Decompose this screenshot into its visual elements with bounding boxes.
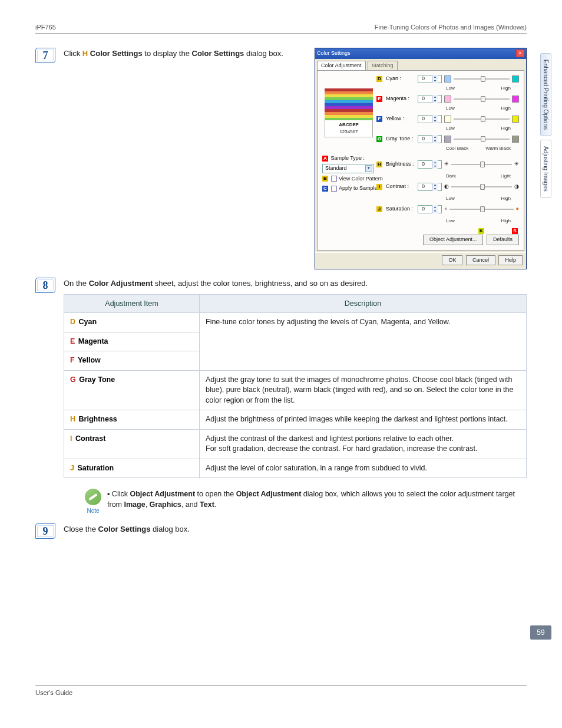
step7-text: Click H Color Settings to display the Co… xyxy=(64,49,283,58)
saturation-slider[interactable] xyxy=(449,209,513,210)
apply-sample-checkbox[interactable] xyxy=(331,186,337,192)
marker-f: F xyxy=(376,116,382,122)
marker-k: K xyxy=(478,228,484,234)
brightness-spin[interactable]: 0▴▾ xyxy=(418,160,442,169)
marker-j: J xyxy=(376,206,382,212)
tab-matching[interactable]: Matching xyxy=(368,61,398,71)
yellow-spin[interactable]: 0▴▾ xyxy=(418,115,442,123)
label-cyan: Cyan : xyxy=(386,75,415,83)
ok-button[interactable]: OK xyxy=(442,255,462,266)
dialog-title: Color Settings xyxy=(317,50,351,58)
sun-dim-icon: ✳ xyxy=(444,160,449,169)
label-gray: Gray Tone : xyxy=(386,135,415,143)
view-pattern-checkbox[interactable] xyxy=(331,176,337,182)
marker-g: G xyxy=(376,136,382,142)
col-item: Adjustment Item xyxy=(64,294,200,313)
table-row: J Saturation Adjust the level of color s… xyxy=(64,459,527,478)
gray-spin[interactable]: 0▴▾ xyxy=(418,135,442,143)
label-magenta: Magenta : xyxy=(386,95,415,103)
cyan-slider[interactable] xyxy=(454,78,510,80)
gray-low-icon xyxy=(444,136,451,143)
contrast-slider[interactable] xyxy=(451,186,512,187)
note-text: Click Object Adjustment to open the Obje… xyxy=(107,489,527,515)
color-settings-dialog: Color Settings × Color Adjustment Matchi… xyxy=(315,48,527,269)
color-settings-link: Color Settings xyxy=(90,49,143,58)
step8-text: On the Color Adjustment sheet, adjust th… xyxy=(64,279,368,288)
footer-text: User's Guide xyxy=(35,685,527,696)
marker-s: S xyxy=(512,228,518,234)
marker-a: A xyxy=(322,156,328,162)
sample-preview: ABCDEF1234567 xyxy=(325,88,373,137)
doc-section: Fine-Tuning Colors of Photos and Images … xyxy=(375,24,527,31)
side-tab-enhanced[interactable]: Enhanced Printing Options xyxy=(540,53,551,136)
doc-model: iPF765 xyxy=(35,24,56,31)
note-icon: Note xyxy=(85,489,101,515)
label-brightness: Brightness : xyxy=(386,160,415,169)
sun-bright-icon: ✳ xyxy=(514,160,519,169)
label-saturation: Saturation : xyxy=(386,205,415,213)
view-pattern-label: View Color Pattern xyxy=(339,175,383,183)
help-button[interactable]: Help xyxy=(498,255,523,266)
sample-type-select[interactable]: Standard▾ xyxy=(322,164,374,173)
table-row: D Cyan Fine-tune color tones by adjustin… xyxy=(64,313,527,332)
sat-low-icon: ● xyxy=(444,205,447,213)
label-contrast: Contrast : xyxy=(386,183,415,191)
defaults-button[interactable]: Defaults xyxy=(487,235,519,245)
step-8-badge: 8 xyxy=(35,278,55,293)
object-adjustment-button[interactable]: Object Adjustment... xyxy=(423,235,484,245)
table-row: H Brightness Adjust the brightness of pr… xyxy=(64,410,527,430)
yel-high-icon xyxy=(512,116,519,123)
label-yellow: Yellow : xyxy=(386,115,415,123)
marker-d: D xyxy=(376,76,382,82)
apply-sample-label: Apply to Sample xyxy=(339,185,378,193)
step-9-badge: 9 xyxy=(35,523,55,539)
cyan-spin[interactable]: 0▴▾ xyxy=(418,75,442,83)
table-row: I Contrast Adjust the contrast of the da… xyxy=(64,429,527,459)
magenta-slider[interactable] xyxy=(454,98,510,100)
cyan-low-icon xyxy=(444,75,451,83)
gray-high-icon xyxy=(512,136,519,143)
cyan-high-icon xyxy=(512,75,519,83)
sample-type-label: Sample Type : xyxy=(331,155,365,161)
brightness-slider[interactable] xyxy=(451,164,512,165)
yel-low-icon xyxy=(444,116,451,123)
side-tab-adjusting[interactable]: Adjusting Images xyxy=(540,140,551,198)
mag-low-icon xyxy=(444,95,451,103)
mag-high-icon xyxy=(512,95,519,103)
tab-color-adjustment[interactable]: Color Adjustment xyxy=(317,61,366,71)
marker-i: I xyxy=(376,184,382,190)
marker-c: C xyxy=(322,186,328,192)
yellow-slider[interactable] xyxy=(454,118,510,120)
contrast-spin[interactable]: 0▴▾ xyxy=(418,183,442,191)
ref-h: H xyxy=(82,49,88,58)
marker-h: H xyxy=(376,162,382,167)
step9-text: Close the Color Settings dialog box. xyxy=(64,523,527,535)
chevron-down-icon: ▾ xyxy=(365,165,372,172)
saturation-spin[interactable]: 0▴▾ xyxy=(418,205,442,213)
gray-slider[interactable] xyxy=(454,139,510,140)
col-desc: Description xyxy=(200,294,527,313)
marker-b: B xyxy=(322,176,328,182)
marker-e: E xyxy=(376,96,382,102)
step-7-badge: 7 xyxy=(35,48,55,63)
sat-high-icon: ● xyxy=(516,205,519,213)
adjustment-table: Adjustment Item Description D Cyan Fine-… xyxy=(64,294,527,479)
cancel-button[interactable]: Cancel xyxy=(466,255,495,266)
contrast-high-icon: ◑ xyxy=(514,183,519,191)
magenta-spin[interactable]: 0▴▾ xyxy=(418,95,442,103)
page-number: 59 xyxy=(530,625,551,640)
table-row: G Gray Tone Adjust the gray tone to suit… xyxy=(64,370,527,410)
close-icon[interactable]: × xyxy=(516,50,524,57)
contrast-low-icon: ◐ xyxy=(444,183,449,191)
